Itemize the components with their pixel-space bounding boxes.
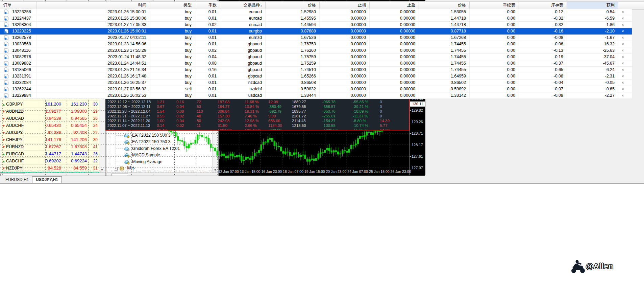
order-cell: -0.37: [519, 60, 567, 67]
order-cell: 0.00000: [320, 41, 370, 47]
order-cell: -0.04: [519, 80, 567, 86]
order-id: 13223258: [9, 9, 36, 15]
orders-header: 订单时间类型手数交易品种 ▴价格止损止盈价格手续费库存费获利: [0, 1, 644, 9]
order-cell: -0.65: [567, 86, 618, 92]
order-cell: 0.00000: [320, 92, 370, 99]
close-order-icon[interactable]: ×: [618, 67, 632, 73]
order-row[interactable]: 132625782023.01.27 04:02:11buy0.01eurnzd…: [0, 35, 632, 41]
close-order-icon[interactable]: ×: [618, 54, 632, 60]
time-axis-label: 3 Jan 15:00: [111, 170, 129, 174]
order-row[interactable]: 132232252023.01.26 15:00:01buy0.01eurgbp…: [0, 28, 632, 35]
close-order-icon[interactable]: ×: [618, 92, 632, 99]
order-cell: 1.74455: [419, 41, 470, 47]
time-axis-label: 12 Jan 07:00: [218, 170, 239, 174]
order-cell: 2023.01.24 14:44:51: [36, 60, 150, 67]
column-header-手数[interactable]: 手数: [195, 2, 220, 9]
stats-cell: 53: [197, 105, 201, 109]
order-row[interactable]: 132313912023.01.26 16:17:48buy0.01gbpcad…: [0, 73, 632, 80]
column-header-止盈[interactable]: 止盈: [370, 2, 419, 9]
order-cell: 1.67268: [419, 35, 470, 41]
time-axis-label: 28 Dec 15:00: [46, 170, 67, 174]
order-cell: 0.04: [195, 54, 220, 60]
stats-cell: -18.89 %: [353, 109, 368, 113]
order-cell: 0.00: [470, 28, 519, 35]
stats-cell: 1661.96: [218, 128, 232, 131]
order-row[interactable]: 130481162023.01.23 17:55:29buy0.02gbpaud…: [0, 47, 632, 54]
column-header-价格[interactable]: 价格: [266, 2, 320, 9]
price-scale-label: 129.82: [412, 108, 423, 112]
order-cell: 0.00: [470, 60, 519, 67]
order-icon: [0, 60, 9, 67]
order-cell: 0.01: [195, 92, 220, 99]
order-cell: 1.52980: [266, 9, 320, 15]
order-cell: -0.19: [519, 54, 567, 60]
close-order-icon[interactable]: ×: [618, 60, 632, 67]
stats-cell: 31.50: [218, 123, 227, 128]
order-icon: [0, 22, 9, 28]
stats-cell: 0: [380, 114, 382, 118]
column-header-止损[interactable]: 止损: [320, 2, 370, 9]
order-cell: 0.00000: [370, 22, 419, 28]
close-order-icon[interactable]: ×: [618, 41, 632, 47]
column-header-库存费[interactable]: 库存费: [519, 2, 567, 9]
order-cell: 0.01: [195, 35, 220, 41]
watermark-text: @Allen: [586, 262, 613, 271]
order-cell: 1.33142: [419, 92, 470, 99]
chart-tab-EURUSD,H1[interactable]: EURUSD,H1: [2, 177, 32, 183]
order-row[interactable]: 132298842023.01.26 16:02:53buy0.01usdcad…: [0, 92, 632, 99]
order-cell: buy: [150, 54, 195, 60]
order-row[interactable]: 132983042023.01.27 17:05:33buy0.02eurcad…: [0, 22, 632, 28]
order-cell: -25.63: [567, 47, 618, 54]
tick: [410, 122, 411, 122]
stats-cell: 656.00: [268, 119, 280, 123]
order-row[interactable]: 132244372023.01.26 15:30:06buy0.01eurcad…: [0, 15, 632, 22]
order-row[interactable]: 132232582023.01.26 15:00:01buy0.01euraud…: [0, 9, 632, 15]
close-order-icon[interactable]: ×: [618, 15, 632, 22]
order-row[interactable]: 130898822023.01.24 14:44:51buy0.08gbpaud…: [0, 60, 632, 67]
column-header-订单[interactable]: 订单: [0, 2, 36, 9]
close-order-icon[interactable]: ×: [618, 9, 632, 15]
stats-cell: 1.54: [157, 109, 164, 113]
stats-cell: 110: [197, 109, 203, 113]
close-order-icon[interactable]: ×: [618, 73, 632, 80]
order-cell: -2.10: [567, 28, 618, 35]
close-order-icon[interactable]: ×: [618, 86, 632, 92]
column-header-手续费[interactable]: 手续费: [470, 2, 519, 9]
order-row[interactable]: 130335682023.01.23 14:56:06buy0.01gbpaud…: [0, 41, 632, 47]
stats-cell: 11: [197, 123, 201, 128]
chart-tab-USDJPY,H1[interactable]: USDJPY,H1: [32, 176, 61, 183]
close-order-icon[interactable]: ×: [618, 28, 632, 35]
order-cell: gbpaud: [220, 54, 266, 60]
close-order-icon[interactable]: ×: [618, 22, 632, 28]
price-scale-label: 127.07: [412, 166, 423, 170]
order-cell: 0.00000: [370, 67, 419, 73]
order-cell: 0.00: [470, 15, 519, 22]
stats-cell: 0.16: [176, 100, 184, 104]
tick: [410, 133, 411, 134]
order-row[interactable]: 130829762023.01.24 11:48:32buy0.04gbpaud…: [0, 54, 632, 60]
column-header-时间[interactable]: 时间: [36, 2, 150, 9]
close-order-icon[interactable]: ×: [618, 47, 632, 54]
stats-cell: -130.55: [322, 123, 336, 128]
order-cell: 0.00: [470, 35, 519, 41]
stats-cell: -380.49: [268, 105, 281, 109]
tick: [410, 145, 411, 145]
order-cell: 0.00000: [320, 54, 370, 60]
order-icon: [0, 54, 9, 60]
order-cell: -0.06: [519, 41, 567, 47]
stats-cell: 0: [380, 100, 382, 104]
order-cell: buy: [150, 9, 195, 15]
column-header-交易品种[interactable]: 交易品种 ▴: [220, 2, 266, 9]
order-row[interactable]: 132622442023.01.27 03:56:32sell0.01nzdch…: [0, 86, 632, 92]
stats-cell: 1895.77: [292, 109, 306, 113]
close-order-icon[interactable]: ×: [618, 35, 632, 41]
order-row[interactable]: 131850662023.01.25 21:16:34buy0.16gbpaud…: [0, 67, 632, 73]
column-header-类型[interactable]: 类型: [150, 2, 195, 9]
column-header-获利[interactable]: 获利: [567, 2, 618, 9]
order-row[interactable]: 132320842023.01.26 16:25:37buy0.01nzdcad…: [0, 80, 632, 86]
order-cell: 0.00000: [320, 9, 370, 15]
stats-cell: 0.02: [176, 114, 184, 118]
time-axis-label: 20 Jan 23:00: [326, 170, 347, 174]
column-header-价格[interactable]: 价格: [419, 2, 470, 9]
close-order-icon[interactable]: ×: [618, 80, 632, 86]
